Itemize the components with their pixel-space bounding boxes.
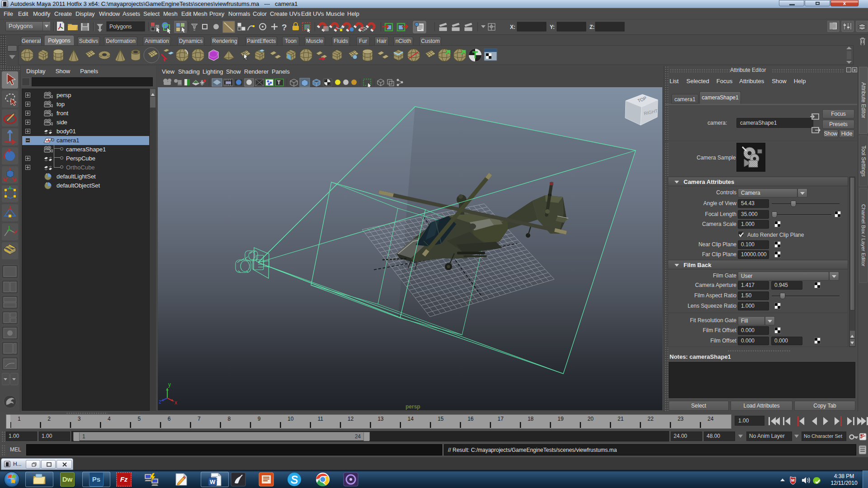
svg-text:Y:: Y: — [550, 24, 555, 30]
svg-text:2: 2 — [47, 416, 51, 422]
svg-text:24: 24 — [708, 416, 714, 422]
svg-text:8: 8 — [227, 416, 231, 422]
svg-text:13: 13 — [377, 416, 384, 422]
svg-text:5: 5 — [137, 416, 141, 422]
svg-text:7: 7 — [198, 416, 201, 422]
svg-text:4: 4 — [108, 416, 111, 422]
svg-text:x: x — [175, 399, 177, 406]
svg-text:18: 18 — [528, 416, 534, 422]
svg-text:3: 3 — [78, 416, 81, 422]
svg-text:M: M — [791, 478, 795, 483]
svg-text:10: 10 — [288, 416, 294, 422]
svg-text:16: 16 — [467, 416, 474, 422]
svg-text:22: 22 — [647, 416, 654, 422]
svg-text:17: 17 — [498, 416, 504, 422]
svg-text:W: W — [210, 479, 216, 485]
svg-text:12: 12 — [348, 416, 354, 422]
svg-text:21: 21 — [618, 416, 624, 422]
svg-text:20: 20 — [588, 416, 594, 422]
svg-text:y: y — [168, 381, 171, 388]
svg-text:15: 15 — [438, 416, 444, 422]
svg-text:14: 14 — [408, 416, 414, 422]
svg-text:6: 6 — [168, 416, 171, 422]
svg-text:z: z — [159, 399, 161, 405]
svg-text:Z:: Z: — [590, 24, 594, 30]
svg-text:X:: X: — [510, 24, 515, 30]
svg-text:T: T — [277, 80, 281, 86]
svg-text:11: 11 — [318, 416, 324, 422]
svg-text:1: 1 — [18, 416, 21, 422]
svg-text:persp: persp — [406, 404, 420, 410]
svg-text:19: 19 — [557, 416, 564, 422]
svg-text:?: ? — [282, 23, 287, 32]
svg-text:Polygons: Polygons — [109, 23, 132, 30]
svg-text:23: 23 — [678, 416, 684, 422]
svg-text:9: 9 — [258, 416, 261, 422]
